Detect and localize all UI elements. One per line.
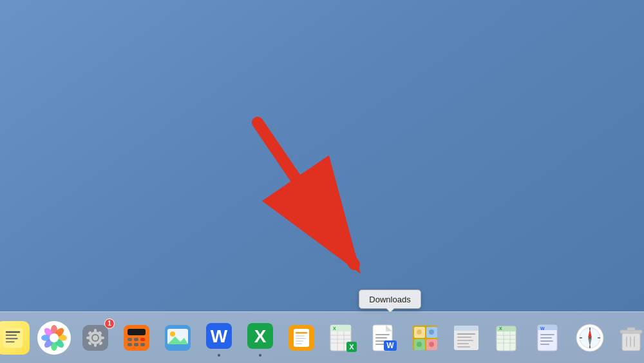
- dock-item-word[interactable]: W: [200, 319, 238, 357]
- system-prefs-badge: 1: [104, 319, 115, 329]
- svg-rect-48: [296, 338, 306, 339]
- svg-rect-81: [454, 328, 478, 331]
- svg-rect-101: [540, 340, 553, 342]
- dock-item-notes[interactable]: [0, 319, 32, 357]
- word-running-dot: [218, 354, 220, 357]
- svg-point-19: [93, 335, 98, 340]
- dock-item-calculator[interactable]: [118, 319, 155, 357]
- svg-text:X: X: [254, 326, 267, 346]
- calculator-icon: [120, 321, 153, 355]
- svg-point-76: [429, 329, 434, 335]
- svg-rect-84: [457, 340, 473, 341]
- svg-text:W: W: [211, 326, 228, 346]
- svg-rect-114: [622, 333, 640, 351]
- dock-item-excel-file[interactable]: X: [489, 319, 526, 357]
- dock-item-pages[interactable]: [283, 319, 320, 357]
- svg-rect-20: [94, 329, 97, 333]
- dock-item-excel[interactable]: X: [242, 319, 279, 357]
- svg-line-1: [258, 123, 354, 264]
- svg-rect-31: [134, 338, 138, 341]
- svg-rect-50: [296, 343, 302, 344]
- tooltip-label: Downloads: [369, 295, 410, 304]
- downloads-tooltip: Downloads: [359, 289, 421, 309]
- desktop: Downloads: [0, 0, 644, 363]
- svg-rect-32: [140, 338, 145, 341]
- trash-icon: [614, 321, 644, 355]
- dock: 1: [0, 311, 644, 363]
- word-icon: W: [202, 319, 236, 353]
- svg-rect-119: [627, 328, 635, 331]
- svg-text:X: X: [333, 326, 336, 331]
- svg-rect-47: [296, 335, 305, 337]
- svg-rect-82: [457, 333, 475, 335]
- excel-running-dot: [259, 354, 261, 357]
- svg-rect-35: [140, 343, 145, 346]
- excel-file-icon: X: [491, 321, 524, 355]
- svg-point-77: [417, 342, 422, 347]
- excel-icon: X: [243, 319, 277, 353]
- svg-rect-85: [457, 343, 469, 344]
- svg-rect-67: [375, 344, 384, 345]
- safari-icon: [573, 321, 607, 355]
- svg-rect-3: [6, 331, 20, 333]
- svg-point-38: [170, 331, 175, 337]
- system-prefs-icon: 1: [79, 321, 112, 355]
- svg-point-16: [50, 333, 59, 342]
- dock-item-document-file[interactable]: W: [365, 319, 402, 357]
- svg-rect-22: [86, 337, 90, 339]
- svg-rect-64: [375, 334, 390, 335]
- svg-rect-29: [128, 329, 146, 335]
- photo-collage-icon: [408, 321, 442, 355]
- svg-rect-33: [128, 343, 132, 346]
- spreadsheet-file-icon: X X: [326, 321, 359, 355]
- photos-icon: [37, 321, 71, 355]
- svg-text:W: W: [540, 326, 545, 331]
- svg-rect-46: [296, 332, 307, 334]
- svg-rect-86: [457, 346, 470, 348]
- dock-item-trash[interactable]: [612, 319, 644, 357]
- dock-item-photo-collage[interactable]: [406, 319, 444, 357]
- svg-rect-102: [540, 344, 549, 345]
- dock-item-system-prefs[interactable]: 1: [77, 319, 114, 357]
- word-file-icon: W: [532, 321, 565, 355]
- svg-rect-30: [128, 338, 132, 341]
- svg-rect-99: [540, 334, 554, 335]
- dock-item-photos[interactable]: [35, 319, 73, 357]
- svg-rect-49: [296, 340, 303, 342]
- svg-point-75: [417, 329, 422, 335]
- photo-viewer-icon: [161, 321, 194, 355]
- notes-icon: [0, 321, 30, 355]
- pages-icon: [285, 321, 318, 355]
- dock-item-photo-viewer[interactable]: [159, 319, 196, 357]
- svg-point-113: [589, 337, 591, 339]
- svg-text:X: X: [349, 343, 354, 351]
- dock-item-word-file[interactable]: W: [530, 319, 567, 357]
- svg-rect-83: [457, 337, 471, 338]
- svg-rect-21: [94, 343, 97, 347]
- svg-rect-100: [540, 337, 552, 338]
- svg-rect-5: [6, 338, 18, 339]
- arrow-indicator: [206, 110, 399, 290]
- dock-item-spreadsheet-file[interactable]: X X: [324, 319, 361, 357]
- dock-item-safari[interactable]: [571, 319, 609, 357]
- svg-text:X: X: [499, 326, 502, 331]
- svg-rect-6: [6, 341, 15, 342]
- svg-rect-34: [134, 343, 138, 346]
- browser-page-icon: [450, 321, 483, 355]
- svg-point-78: [429, 342, 434, 347]
- svg-rect-65: [375, 337, 387, 338]
- dock-item-browser-page[interactable]: [448, 319, 485, 357]
- svg-rect-4: [6, 334, 17, 335]
- svg-text:W: W: [386, 341, 394, 350]
- document-file-icon: W: [367, 321, 401, 355]
- svg-rect-23: [100, 337, 104, 339]
